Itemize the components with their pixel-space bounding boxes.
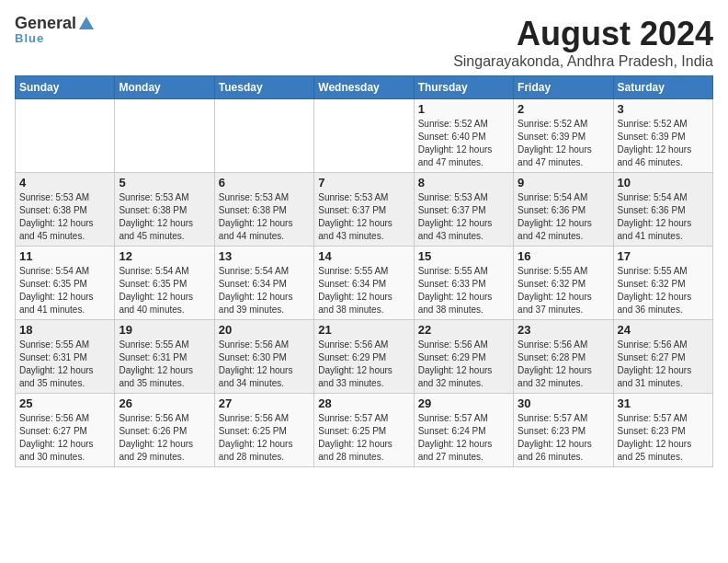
dow-header-saturday: Saturday <box>613 76 712 99</box>
calendar-cell: 6Sunrise: 5:53 AMSunset: 6:38 PMDaylight… <box>214 173 313 247</box>
dow-header-monday: Monday <box>115 76 214 99</box>
calendar-cell: 4Sunrise: 5:53 AMSunset: 6:38 PMDaylight… <box>16 173 115 247</box>
week-row-4: 18Sunrise: 5:55 AMSunset: 6:31 PMDayligh… <box>16 320 713 394</box>
day-info: Sunrise: 5:53 AMSunset: 6:37 PMDaylight:… <box>318 191 409 243</box>
day-info: Sunrise: 5:56 AMSunset: 6:28 PMDaylight:… <box>518 339 609 390</box>
day-info: Sunrise: 5:53 AMSunset: 6:38 PMDaylight:… <box>119 191 210 243</box>
day-number: 11 <box>19 249 110 263</box>
calendar-cell: 22Sunrise: 5:56 AMSunset: 6:29 PMDayligh… <box>414 320 513 394</box>
day-info: Sunrise: 5:53 AMSunset: 6:38 PMDaylight:… <box>19 191 110 243</box>
dow-header-tuesday: Tuesday <box>214 76 313 99</box>
day-info: Sunrise: 5:55 AMSunset: 6:32 PMDaylight:… <box>518 265 609 316</box>
day-info: Sunrise: 5:52 AMSunset: 6:39 PMDaylight:… <box>618 118 709 169</box>
calendar-table: SundayMondayTuesdayWednesdayThursdayFrid… <box>15 75 713 467</box>
day-info: Sunrise: 5:55 AMSunset: 6:31 PMDaylight:… <box>19 339 110 390</box>
calendar-cell: 24Sunrise: 5:56 AMSunset: 6:27 PMDayligh… <box>613 320 712 394</box>
day-number: 5 <box>119 176 210 190</box>
calendar-cell: 2Sunrise: 5:52 AMSunset: 6:39 PMDaylight… <box>514 99 613 173</box>
day-info: Sunrise: 5:53 AMSunset: 6:37 PMDaylight:… <box>418 191 509 243</box>
day-info: Sunrise: 5:55 AMSunset: 6:33 PMDaylight:… <box>418 265 509 316</box>
calendar-cell: 21Sunrise: 5:56 AMSunset: 6:29 PMDayligh… <box>314 320 414 394</box>
calendar-cell: 9Sunrise: 5:54 AMSunset: 6:36 PMDaylight… <box>514 173 613 247</box>
day-number: 12 <box>119 249 210 263</box>
day-number: 4 <box>19 176 110 190</box>
week-row-2: 4Sunrise: 5:53 AMSunset: 6:38 PMDaylight… <box>16 173 713 247</box>
calendar-cell <box>214 99 313 173</box>
day-info: Sunrise: 5:55 AMSunset: 6:31 PMDaylight:… <box>119 339 210 390</box>
day-number: 21 <box>318 323 409 337</box>
day-number: 9 <box>518 176 609 190</box>
calendar-cell: 14Sunrise: 5:55 AMSunset: 6:34 PMDayligh… <box>314 247 414 320</box>
day-info: Sunrise: 5:54 AMSunset: 6:36 PMDaylight:… <box>618 191 709 243</box>
svg-marker-0 <box>79 17 94 29</box>
day-info: Sunrise: 5:57 AMSunset: 6:25 PMDaylight:… <box>318 412 409 464</box>
calendar-cell: 27Sunrise: 5:56 AMSunset: 6:25 PMDayligh… <box>214 394 313 467</box>
calendar-cell: 30Sunrise: 5:57 AMSunset: 6:23 PMDayligh… <box>514 394 613 467</box>
day-info: Sunrise: 5:54 AMSunset: 6:35 PMDaylight:… <box>19 265 110 316</box>
day-number: 8 <box>418 176 509 190</box>
day-number: 6 <box>219 176 310 190</box>
week-row-1: 1Sunrise: 5:52 AMSunset: 6:40 PMDaylight… <box>16 99 713 173</box>
calendar-cell: 19Sunrise: 5:55 AMSunset: 6:31 PMDayligh… <box>115 320 214 394</box>
day-number: 26 <box>119 396 210 410</box>
day-number: 19 <box>119 323 210 337</box>
calendar-cell <box>16 99 115 173</box>
day-number: 13 <box>219 249 310 263</box>
logo-icon <box>78 15 95 31</box>
calendar-cell: 11Sunrise: 5:54 AMSunset: 6:35 PMDayligh… <box>16 247 115 320</box>
day-number: 7 <box>318 176 409 190</box>
logo-text-blue: Blue <box>15 31 44 45</box>
day-info: Sunrise: 5:54 AMSunset: 6:35 PMDaylight:… <box>119 265 210 316</box>
day-info: Sunrise: 5:54 AMSunset: 6:34 PMDaylight:… <box>219 265 310 316</box>
calendar-cell: 17Sunrise: 5:55 AMSunset: 6:32 PMDayligh… <box>613 247 712 320</box>
dow-header-thursday: Thursday <box>414 76 513 99</box>
calendar-cell: 7Sunrise: 5:53 AMSunset: 6:37 PMDaylight… <box>314 173 414 247</box>
day-number: 15 <box>418 249 509 263</box>
day-info: Sunrise: 5:56 AMSunset: 6:26 PMDaylight:… <box>119 412 210 464</box>
dow-header-sunday: Sunday <box>16 76 115 99</box>
calendar-subtitle: Singarayakonda, Andhra Pradesh, India <box>453 53 713 70</box>
calendar-cell: 1Sunrise: 5:52 AMSunset: 6:40 PMDaylight… <box>414 99 513 173</box>
dow-header-wednesday: Wednesday <box>314 76 414 99</box>
calendar-cell: 29Sunrise: 5:57 AMSunset: 6:24 PMDayligh… <box>414 394 513 467</box>
day-number: 10 <box>618 176 709 190</box>
calendar-cell <box>314 99 414 173</box>
day-info: Sunrise: 5:52 AMSunset: 6:40 PMDaylight:… <box>418 118 509 169</box>
calendar-body: 1Sunrise: 5:52 AMSunset: 6:40 PMDaylight… <box>16 99 713 467</box>
day-info: Sunrise: 5:55 AMSunset: 6:34 PMDaylight:… <box>318 265 409 316</box>
day-number: 22 <box>418 323 509 337</box>
day-info: Sunrise: 5:56 AMSunset: 6:27 PMDaylight:… <box>618 339 709 390</box>
day-number: 29 <box>418 396 509 410</box>
calendar-title: August 2024 <box>453 15 713 53</box>
calendar-cell: 12Sunrise: 5:54 AMSunset: 6:35 PMDayligh… <box>115 247 214 320</box>
week-row-3: 11Sunrise: 5:54 AMSunset: 6:35 PMDayligh… <box>16 247 713 320</box>
calendar-cell: 20Sunrise: 5:56 AMSunset: 6:30 PMDayligh… <box>214 320 313 394</box>
calendar-cell: 23Sunrise: 5:56 AMSunset: 6:28 PMDayligh… <box>514 320 613 394</box>
calendar-cell: 28Sunrise: 5:57 AMSunset: 6:25 PMDayligh… <box>314 394 414 467</box>
day-number: 30 <box>518 396 609 410</box>
day-number: 14 <box>318 249 409 263</box>
day-number: 18 <box>19 323 110 337</box>
calendar-cell: 18Sunrise: 5:55 AMSunset: 6:31 PMDayligh… <box>16 320 115 394</box>
day-number: 27 <box>219 396 310 410</box>
day-number: 23 <box>518 323 609 337</box>
day-info: Sunrise: 5:56 AMSunset: 6:29 PMDaylight:… <box>318 339 409 390</box>
day-number: 31 <box>618 396 709 410</box>
day-number: 2 <box>518 102 609 116</box>
dow-header-friday: Friday <box>514 76 613 99</box>
day-number: 3 <box>618 102 709 116</box>
day-number: 24 <box>618 323 709 337</box>
day-info: Sunrise: 5:57 AMSunset: 6:23 PMDaylight:… <box>618 412 709 464</box>
day-info: Sunrise: 5:55 AMSunset: 6:32 PMDaylight:… <box>618 265 709 316</box>
calendar-cell: 8Sunrise: 5:53 AMSunset: 6:37 PMDaylight… <box>414 173 513 247</box>
day-info: Sunrise: 5:56 AMSunset: 6:27 PMDaylight:… <box>19 412 110 464</box>
calendar-cell: 16Sunrise: 5:55 AMSunset: 6:32 PMDayligh… <box>514 247 613 320</box>
day-info: Sunrise: 5:57 AMSunset: 6:24 PMDaylight:… <box>418 412 509 464</box>
days-of-week-row: SundayMondayTuesdayWednesdayThursdayFrid… <box>16 76 713 99</box>
calendar-cell: 5Sunrise: 5:53 AMSunset: 6:38 PMDaylight… <box>115 173 214 247</box>
calendar-cell: 3Sunrise: 5:52 AMSunset: 6:39 PMDaylight… <box>613 99 712 173</box>
day-number: 20 <box>219 323 310 337</box>
week-row-5: 25Sunrise: 5:56 AMSunset: 6:27 PMDayligh… <box>16 394 713 467</box>
day-info: Sunrise: 5:54 AMSunset: 6:36 PMDaylight:… <box>518 191 609 243</box>
day-number: 16 <box>518 249 609 263</box>
